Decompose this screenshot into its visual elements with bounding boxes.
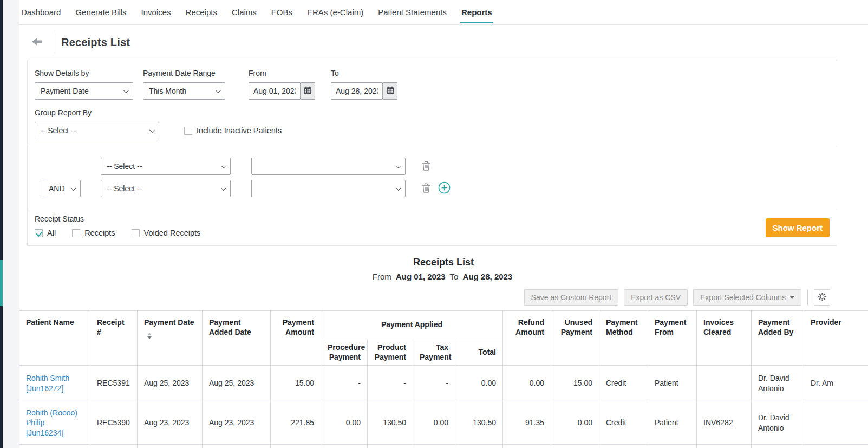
procedure-payment-cell: 0.00 [321,401,368,445]
unused-payment-cell: 0.00 [551,401,599,445]
total-cell: 0.00 [455,366,503,401]
show-report-button[interactable]: Show Report [766,218,830,237]
header-divider [53,31,53,54]
payment-date-range-field: Payment Date Range This Month [143,69,225,100]
patient-id: [Jun16272] [26,384,63,393]
col-header-receipt-no: Receipt # [90,311,138,366]
report-toolbar: Save as Custom Report Export as CSV Expo… [19,289,830,306]
column-settings-button[interactable] [814,289,830,306]
patient-link[interactable]: Rohith Smith[Jun16272] [26,373,83,394]
export-as-csv-button[interactable]: Export as CSV [624,289,688,306]
from-date-field: From [249,69,315,100]
tax-payment-cell: 0.00 [413,401,455,445]
report-date-range: From Aug 01, 2023 To Aug 28, 2023 [19,272,868,281]
nav-item-claims[interactable]: Claims [232,0,257,24]
sort-icon[interactable] [147,333,152,339]
show-details-by-select[interactable]: Payment Date [35,82,133,100]
chevron-down-icon [396,163,401,168]
payment-amount-cell: 15.00 [271,366,321,401]
patient-name: Rohith Smith [26,374,69,382]
back-button[interactable] [30,35,44,49]
receipt-status-group: Receipt Status All Receipts Voided Recei… [35,215,200,237]
export-selected-columns-button[interactable]: Export Selected Columns [693,289,801,306]
condition-2-operator-value: AND [49,184,65,193]
from-calendar-button[interactable] [300,82,315,100]
col-header-unused-payment: Unused Payment [551,311,599,366]
chevron-down-icon [221,185,226,191]
group-report-by-select[interactable]: -- Select -- [35,122,159,139]
to-date-input[interactable] [331,82,382,100]
save-as-custom-report-button[interactable]: Save as Custom Report [524,289,619,306]
refund-amount-cell: 0.00 [503,366,551,401]
col-header-payment-date[interactable]: Payment Date [138,311,203,366]
col-header-total: Total [455,339,503,366]
range-from-label: From [373,272,391,281]
payment-date-range-value: This Month [149,87,186,95]
condition-2-delete-button[interactable] [422,183,430,194]
condition-2-value-select[interactable] [251,180,406,197]
calendar-icon [386,86,394,96]
receipt-status-label: Receipt Status [35,215,200,223]
calendar-icon [304,86,312,96]
condition-1-field-select[interactable]: -- Select -- [101,158,231,175]
col-header-payment-method: Payment Method [599,311,648,366]
main-content: Dashboard Generate Bills Invoices Receip… [19,0,868,448]
nav-item-dashboard[interactable]: Dashboard [21,0,61,24]
provider-cell [804,401,868,445]
condition-1-delete-button[interactable] [422,161,430,172]
receipts-table-wrap: Patient Name Receipt # Payment Date Paym… [19,310,868,448]
condition-1-field-value: -- Select -- [107,162,142,171]
product-payment-cell: - [368,366,413,401]
receipt-status-voided-option: Voided Receipts [132,229,201,237]
receipt-status-voided-checkbox[interactable] [132,229,140,237]
to-calendar-button[interactable] [382,82,397,100]
condition-1-value-select[interactable] [251,158,406,175]
provider-cell: Dr. Am [804,366,868,401]
nav-item-reports[interactable]: Reports [461,0,492,24]
patient-name: Rohith (Roooo) Philip [26,408,77,427]
include-inactive-patients-checkbox[interactable] [184,127,192,135]
col-header-payment-from: Payment From [648,311,697,366]
condition-2-field-select[interactable]: -- Select -- [101,180,231,197]
col-header-patient-name: Patient Name [19,311,90,366]
payment-method-cell: Credit [599,401,648,445]
chevron-down-icon [71,185,76,191]
left-gutter [3,0,19,448]
procedure-payment-cell: - [321,366,368,401]
patient-link[interactable]: Rohith (Roooo) Philip[Jun16234] [26,408,83,439]
left-rail [0,0,3,448]
group-report-by-value: -- Select -- [41,126,76,135]
patient-name-cell: Rohith Smith[Jun16272] [19,366,90,401]
col-header-payment-added-by: Payment Added By [752,311,804,366]
add-condition-button[interactable] [438,181,451,196]
receipt-status-all-label: All [47,229,56,237]
tax-payment-cell: - [413,366,455,401]
chevron-down-icon [216,88,221,93]
nav-item-patient-statements[interactable]: Patient Statements [378,0,447,24]
receipt-status-all-checkbox[interactable] [35,229,43,237]
nav-item-receipts[interactable]: Receipts [186,0,217,24]
payment-date-range-select[interactable]: This Month [143,82,225,100]
condition-2-field-value: -- Select -- [107,184,142,193]
range-to-date: Aug 28, 2023 [463,272,513,281]
table-row: Rohith Smith[Jun16272] REC5391 Aug 25, 2… [19,366,868,401]
nav-item-invoices[interactable]: Invoices [141,0,171,24]
payment-added-date-cell: Aug 25, 2023 [203,366,271,401]
unused-payment-cell: 15.00 [551,366,599,401]
col-header-invoices-cleared: Invoices Cleared [697,311,752,366]
receipt-status-all-option: All [35,229,56,237]
payment-date-cell: Aug 23, 2023 [138,401,203,445]
from-date-input[interactable] [249,82,300,100]
condition-2-operator-select[interactable]: AND [43,180,81,197]
trash-icon [422,161,430,172]
nav-item-eobs[interactable]: EOBs [271,0,292,24]
nav-item-generate-bills[interactable]: Generate Bills [75,0,126,24]
chevron-down-icon [149,127,155,133]
col-header-payment-applied: Payment Applied [321,311,503,339]
payment-date-header-label: Payment Date [144,318,194,327]
col-header-tax-payment: Tax Payment [413,339,455,366]
nav-item-eras-e-claim[interactable]: ERAs (e-Claim) [307,0,363,24]
receipt-status-receipts-checkbox[interactable] [72,229,80,237]
patient-name-cell: Rohith (Roooo) Philip[Jun16234] [19,401,90,445]
group-report-by-label: Group Report By [35,108,159,117]
